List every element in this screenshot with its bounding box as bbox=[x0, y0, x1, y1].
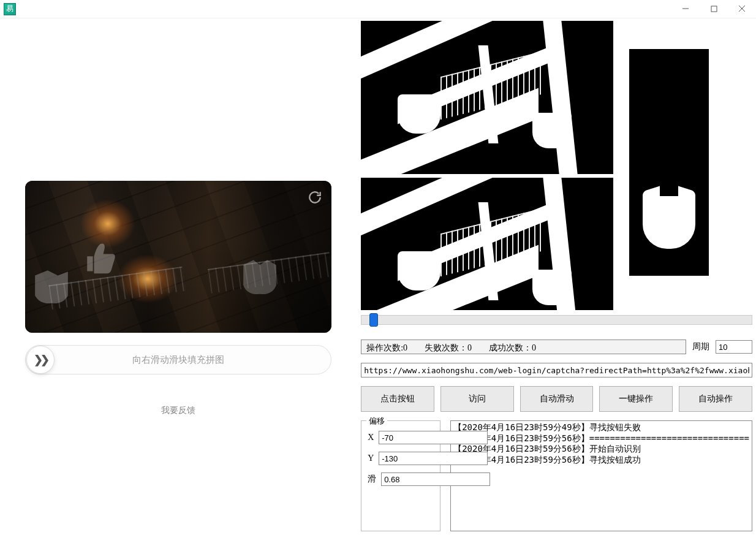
svg-rect-1 bbox=[711, 6, 717, 12]
app-icon: 易 bbox=[4, 3, 16, 15]
position-slider[interactable] bbox=[361, 315, 752, 325]
offset-x-input[interactable] bbox=[379, 431, 488, 444]
visit-button[interactable]: 访问 bbox=[440, 386, 514, 412]
offset-group: 偏移 X Y 滑 bbox=[361, 420, 440, 531]
url-input[interactable] bbox=[361, 363, 752, 378]
offset-x-label: X bbox=[368, 433, 374, 442]
template-image bbox=[629, 49, 709, 276]
fail-count: 失败次数：0 bbox=[425, 343, 472, 351]
binary-image-top bbox=[361, 21, 613, 174]
captcha-slider-track[interactable]: 向右滑动滑块填充拼图 ❯❯ bbox=[25, 345, 331, 374]
maximize-button[interactable] bbox=[700, 0, 728, 17]
puzzle-slot-right bbox=[240, 257, 280, 298]
captcha-image bbox=[25, 181, 331, 333]
close-button[interactable] bbox=[728, 0, 756, 17]
window-controls bbox=[671, 0, 756, 17]
success-count: 成功次数：0 bbox=[489, 343, 536, 351]
click-button[interactable]: 点击按钮 bbox=[361, 386, 434, 412]
auto-scroll-button[interactable]: 自动滑动 bbox=[520, 386, 594, 412]
offset-legend: 偏移 bbox=[366, 415, 387, 427]
titlebar: 易 bbox=[0, 0, 756, 18]
minimize-button[interactable] bbox=[671, 0, 700, 17]
log-output[interactable]: 【2020年4月16日23时59分49秒】寻找按钮失败 【2020年4月16日2… bbox=[450, 420, 752, 531]
control-panel: 操作次数:0 失败次数：0 成功次数：0 周期 点击按钮 访问 自动滑动 一键操… bbox=[356, 18, 756, 535]
period-input[interactable] bbox=[716, 340, 752, 354]
period-label: 周期 bbox=[692, 341, 709, 352]
offset-slide-input[interactable] bbox=[381, 472, 490, 486]
puzzle-slot-left bbox=[31, 267, 72, 307]
refresh-icon[interactable] bbox=[307, 189, 323, 205]
captcha-pane: 向右滑动滑块填充拼图 ❯❯ 我要反馈 bbox=[0, 18, 356, 535]
op-count: 操作次数:0 bbox=[366, 343, 407, 351]
auto-op-button[interactable]: 自动操作 bbox=[679, 386, 752, 412]
binary-image-bottom bbox=[361, 178, 613, 310]
thumb-up-icon bbox=[80, 239, 117, 276]
offset-y-label: Y bbox=[368, 453, 374, 463]
stats-box: 操作次数:0 失败次数：0 成功次数：0 bbox=[361, 340, 686, 354]
one-key-button[interactable]: 一键操作 bbox=[599, 386, 673, 412]
offset-slide-label: 滑 bbox=[368, 474, 376, 485]
slider-hint-text: 向右滑动滑块填充拼图 bbox=[26, 354, 331, 366]
feedback-link[interactable]: 我要反馈 bbox=[25, 405, 331, 416]
offset-y-input[interactable] bbox=[379, 452, 488, 465]
